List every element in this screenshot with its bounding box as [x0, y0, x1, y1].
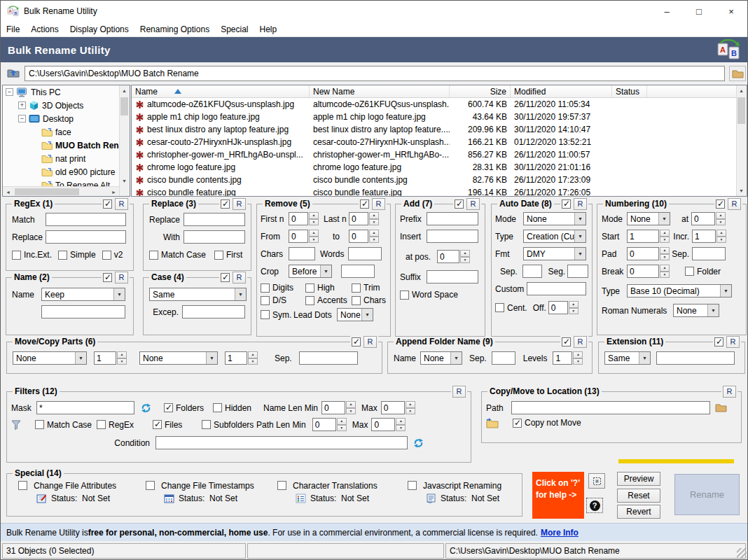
- replace-matchcase-checkbox[interactable]: [149, 251, 158, 260]
- menu-item-renaming-options[interactable]: Renaming Options: [134, 23, 215, 36]
- collapse-icon[interactable]: −: [6, 88, 13, 96]
- regex-v2-checkbox[interactable]: [102, 251, 111, 260]
- autodate-reset-button[interactable]: R: [574, 198, 587, 210]
- remove-lastn-input[interactable]: [349, 212, 368, 225]
- column-header-new-name[interactable]: New Name: [310, 85, 450, 97]
- movecopy-enable-checkbox[interactable]: [352, 337, 361, 346]
- tree-item-this-pc[interactable]: −This PC: [3, 85, 119, 99]
- file-row-cesar-couto-27hiryxnhjk-unspla[interactable]: cesar-couto-27HiryxnHJk-unsplash.jpgcesa…: [132, 136, 736, 148]
- autodate-custom-input[interactable]: [527, 282, 586, 295]
- tree-item-old-e900-picture[interactable]: old e900 picture: [3, 165, 119, 178]
- remove-ds-checkbox[interactable]: [261, 296, 270, 305]
- add-suffix-input[interactable]: [427, 270, 478, 284]
- scroll-up-icon[interactable]: ▲: [736, 85, 747, 96]
- file-row-cisco-bundle-feature-jpg[interactable]: cisco bundle feature.jpgcisco bundle fea…: [132, 186, 736, 196]
- filters-reset-button[interactable]: R: [452, 386, 466, 398]
- name-mode-select[interactable]: Keep▼: [41, 288, 125, 301]
- remove-to-spinner[interactable]: ▲▼: [369, 230, 379, 243]
- regex-incext-checkbox[interactable]: [12, 251, 21, 260]
- autodate-seg-input[interactable]: [567, 265, 588, 278]
- add-atpos-spinner[interactable]: ▲▼: [460, 250, 470, 263]
- numbering-sep-input[interactable]: [692, 247, 726, 260]
- help-button[interactable]: ?: [586, 498, 603, 513]
- case-excep-input[interactable]: [182, 305, 245, 318]
- add-prefix-input[interactable]: [427, 212, 478, 225]
- menu-item-actions[interactable]: Actions: [25, 23, 64, 36]
- remove-from-spinner[interactable]: ▲▼: [309, 230, 319, 243]
- timestamps-icon[interactable]: [164, 493, 174, 503]
- column-header-modified[interactable]: Modified: [511, 85, 612, 97]
- add-insert-input[interactable]: [427, 230, 478, 243]
- appendfolder-levels-input[interactable]: [553, 351, 572, 365]
- numbering-start-input[interactable]: [627, 230, 659, 243]
- tree-item-muo-batch-rename[interactable]: MUO Batch Rename: [3, 139, 119, 152]
- character-translations-checkbox[interactable]: [277, 481, 286, 490]
- appendfolder-reset-button[interactable]: R: [574, 336, 587, 348]
- movecopy-reset-button[interactable]: R: [363, 336, 377, 348]
- copymove-path-input[interactable]: [511, 401, 710, 414]
- remove-lastn-spinner[interactable]: ▲▼: [369, 212, 379, 225]
- copymove-copynotmove-checkbox[interactable]: [513, 419, 522, 428]
- resize-grip[interactable]: [737, 548, 747, 558]
- replace-with-input[interactable]: [183, 230, 245, 244]
- remove-trim-checkbox[interactable]: [352, 284, 361, 293]
- scroll-right-icon[interactable]: ►: [109, 187, 119, 197]
- numbering-break-input[interactable]: [627, 265, 659, 278]
- filters-subfolders-checkbox[interactable]: [202, 420, 211, 429]
- numbering-pad-input[interactable]: [627, 247, 659, 260]
- browse-folder-button[interactable]: [729, 66, 746, 81]
- remove-high-checkbox[interactable]: [305, 284, 314, 293]
- tree-item-desktop[interactable]: −Desktop: [3, 112, 119, 125]
- filters-matchcase-checkbox[interactable]: [35, 420, 44, 429]
- filters-namemin-spinner[interactable]: ▲▼: [346, 401, 356, 414]
- file-row-apple-m1-chip-logo-feature-jpg[interactable]: apple m1 chip logo feature.jpgapple m1 c…: [132, 111, 736, 123]
- reset-button[interactable]: Reset: [617, 489, 660, 503]
- filters-regex-checkbox[interactable]: [97, 420, 106, 429]
- replace-reset-button[interactable]: R: [233, 198, 246, 210]
- collapse-icon[interactable]: −: [18, 115, 26, 122]
- add-atpos-input[interactable]: [437, 250, 459, 263]
- filters-hidden-checkbox[interactable]: [213, 403, 222, 412]
- appendfolder-mode-select[interactable]: None▼: [420, 351, 462, 365]
- file-row-chrome-logo-feature-jpg[interactable]: chrome logo feature.jpgchrome logo featu…: [132, 161, 736, 174]
- remove-crop-select[interactable]: Before▼: [289, 265, 332, 278]
- movecopy-mode1-select[interactable]: None▼: [13, 351, 87, 365]
- replace-first-checkbox[interactable]: [214, 251, 223, 260]
- numbering-reset-button[interactable]: R: [728, 198, 741, 210]
- filters-pathmax-input[interactable]: [371, 418, 395, 431]
- appendfolder-levels-spinner[interactable]: ▲▼: [573, 351, 583, 365]
- filters-files-checkbox[interactable]: [153, 420, 162, 429]
- numbering-enable-checkbox[interactable]: [716, 200, 725, 209]
- filters-condition-input[interactable]: [155, 436, 408, 449]
- movecopy-n1-input[interactable]: [94, 351, 116, 365]
- tree-item-3d-objects[interactable]: +3D Objects: [3, 99, 119, 112]
- remove-crop-input[interactable]: [341, 265, 375, 278]
- autodate-fmt-select[interactable]: DMY▼: [523, 247, 586, 260]
- scroll-down-icon[interactable]: ▼: [119, 176, 130, 186]
- numbering-folder-checkbox[interactable]: [685, 267, 694, 276]
- movecopy-n2-spinner[interactable]: ▲▼: [248, 351, 258, 365]
- numbering-mode-select[interactable]: None▼: [627, 212, 670, 225]
- attributes-icon[interactable]: [36, 493, 47, 503]
- change-file-timestamps-checkbox[interactable]: [146, 481, 155, 490]
- autodate-sep-input[interactable]: [522, 265, 542, 278]
- numbering-at-spinner[interactable]: ▲▼: [716, 212, 726, 225]
- regex-match-input[interactable]: [46, 213, 126, 226]
- filters-mask-input[interactable]: [36, 401, 134, 414]
- appendfolder-sep-input[interactable]: [492, 351, 515, 365]
- file-row-altumcode-oz61kfuqsus-unsplash[interactable]: altumcode-oZ61KFUQsus-unsplash.jpgaltumc…: [132, 98, 736, 111]
- change-file-attributes-checkbox[interactable]: [18, 481, 27, 490]
- case-enable-checkbox[interactable]: [221, 273, 230, 282]
- column-header-name[interactable]: Name: [132, 85, 310, 97]
- remove-reset-button[interactable]: R: [372, 198, 385, 210]
- case-mode-select[interactable]: Same▼: [149, 288, 247, 301]
- name-enable-checkbox[interactable]: [103, 273, 112, 282]
- extension-text-input[interactable]: [656, 351, 735, 365]
- regex-reset-button[interactable]: R: [115, 198, 128, 210]
- autodate-type-select[interactable]: Creation (Curr▼: [523, 230, 586, 243]
- filters-pathmin-input[interactable]: [312, 418, 336, 431]
- list-vertical-scrollbar[interactable]: ▲ ▼: [736, 85, 747, 196]
- add-wordspace-checkbox[interactable]: [400, 290, 409, 300]
- remove-digits-checkbox[interactable]: [261, 284, 270, 293]
- filters-pathmax-spinner[interactable]: ▲▼: [396, 418, 406, 431]
